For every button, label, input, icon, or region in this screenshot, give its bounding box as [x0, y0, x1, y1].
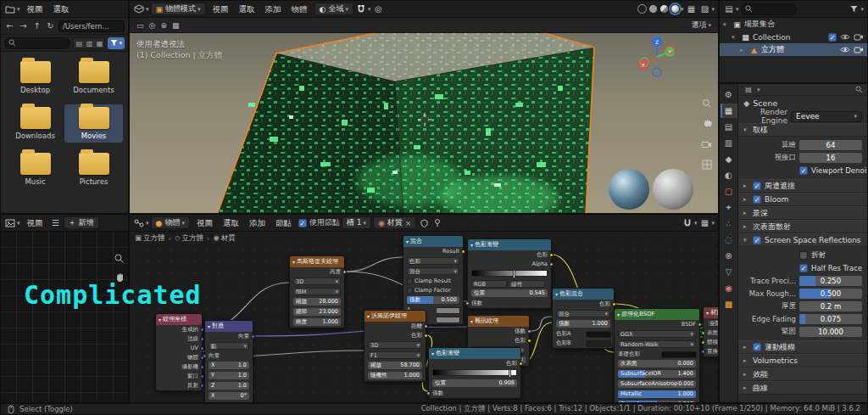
folder-item-desktop[interactable]: Desktop	[6, 59, 64, 97]
shading-caret-icon[interactable]: ▾	[681, 6, 684, 13]
proportional-edit-icon[interactable]: ◎	[372, 3, 384, 15]
shading-material-icon[interactable]	[659, 4, 669, 14]
node-row[interactable]: 向量	[205, 332, 253, 341]
transform-icon[interactable]: ⊕	[160, 21, 167, 30]
shading-wireframe-icon[interactable]	[637, 4, 647, 14]
hide-eye-icon[interactable]	[840, 33, 850, 41]
checkbox[interactable]	[799, 251, 808, 260]
properties-tab-texture-icon[interactable]: ▩	[721, 297, 737, 311]
shader-editor-icon[interactable]	[133, 217, 145, 229]
properties-tab-modifiers-icon[interactable]: ✦	[721, 200, 737, 215]
snap-magnet-icon[interactable]	[355, 3, 367, 15]
breadcrumb-item[interactable]: ▣立方體	[135, 233, 165, 244]
section-header[interactable]: ▸效能	[738, 367, 867, 381]
node-row[interactable]: 體積	[704, 338, 719, 347]
node-row[interactable]: Random-Walk▾	[615, 340, 699, 350]
node-row[interactable]: 次表面0.000	[615, 360, 699, 369]
select-box-icon[interactable]: ▭	[136, 21, 144, 30]
editor-type-caret-icon[interactable]: ▾	[736, 6, 739, 13]
properties-tab-particles-icon[interactable]: ∴	[721, 216, 737, 231]
menu-item[interactable]: 添加	[244, 215, 270, 232]
expand-caret-icon[interactable]: ▾	[723, 21, 730, 28]
node-row[interactable]: 係數	[468, 327, 529, 336]
node-row[interactable]: F1▾	[364, 351, 426, 361]
prop-row[interactable]: Edge Fading0.075	[743, 313, 862, 324]
checkbox[interactable]: ✓	[753, 182, 761, 190]
editor-type-caret-icon[interactable]: ▾	[146, 6, 149, 13]
node-row[interactable]: 高度	[290, 267, 344, 277]
mode-dropdown[interactable]: ▣ 物體模式 ▾	[151, 3, 206, 15]
prop-row[interactable]: 算繪64	[743, 139, 862, 150]
prop-row[interactable]: 折射	[743, 250, 862, 261]
folder-item-movies[interactable]: Movies	[64, 104, 123, 143]
hamburger-icon[interactable]: ☰	[50, 217, 62, 229]
fake-user-shield-icon[interactable]	[418, 217, 430, 229]
node-row[interactable]: 色彩▾	[403, 257, 463, 266]
node-row[interactable]: 向量	[205, 351, 253, 361]
shading-rendered-icon[interactable]	[670, 4, 680, 14]
properties-tab-view-layer-icon[interactable]: ▥	[721, 136, 737, 150]
node-row[interactable]: 窗口	[156, 372, 202, 381]
node-row[interactable]: UV	[156, 344, 202, 353]
checkbox[interactable]: ✓	[799, 166, 808, 175]
snap-caret-icon[interactable]: ▾	[368, 6, 371, 13]
node-row[interactable]: 基礎色彩	[615, 350, 699, 359]
menu-item[interactable]: 選取	[218, 215, 244, 232]
file-browser-editor-icon[interactable]	[4, 3, 16, 15]
node-色彩漸變[interactable]: ▾色彩漸變色彩位置0.908係數	[428, 347, 521, 399]
forward-button[interactable]: →	[18, 21, 29, 31]
node-row[interactable]: Result	[403, 247, 463, 256]
section-header[interactable]: ▸✓運動模糊	[738, 340, 867, 354]
material-datablock[interactable]: ◉ 材質 ×	[373, 216, 416, 229]
section-header[interactable]: ▸次表面散射	[738, 220, 867, 233]
outliner-search-input[interactable]	[741, 3, 797, 15]
overlay-caret-icon[interactable]: ▾	[711, 220, 715, 227]
node-row[interactable]: 位置0.908	[429, 379, 520, 389]
properties-tab-physics-icon[interactable]: ◌	[721, 233, 737, 247]
image-editor-canvas[interactable]	[1, 232, 128, 403]
file-path-field[interactable]: /Users/fern...	[58, 20, 125, 32]
xray-toggle-icon[interactable]: ▨	[698, 3, 710, 15]
node-色彩漸變[interactable]: ▾色彩漸變色彩AlphaRGB線性位置0.545係數	[467, 238, 552, 309]
menu-item[interactable]: 選取	[48, 1, 75, 18]
overlays-toggle-icon[interactable]: ▦	[685, 3, 697, 15]
thumbnail-icon[interactable]: ▦	[94, 38, 104, 48]
node-色彩混合[interactable]: ▾色彩混合色彩混合▾係數1.000色彩A色彩B	[552, 288, 615, 349]
node-紋理座標[interactable]: ▾紋理座標生成的法線UV物體攝影機窗口反射	[155, 313, 203, 391]
orientation-dropdown[interactable]: ◐ 全域 ▾	[314, 3, 353, 15]
menu-item[interactable]: 視圖	[192, 215, 218, 232]
outliner-row-scene-collection[interactable]: ▾ ▣ 場景集合	[720, 18, 867, 31]
properties-editor-icon[interactable]: ▤	[743, 84, 754, 96]
prop-row[interactable]: ✓Half Res Trace	[743, 262, 862, 273]
prop-row[interactable]: 緊固10.000	[743, 326, 862, 337]
node-row[interactable]: Y1.0	[205, 372, 253, 381]
editor-type-caret-icon[interactable]: ▾	[757, 87, 760, 93]
node-row[interactable]: 混合▾	[403, 267, 463, 277]
checkbox[interactable]: ✓	[753, 343, 761, 351]
properties-tab-tool-icon[interactable]: ⚙	[721, 87, 737, 102]
node-row[interactable]: 縮放58.700	[364, 362, 426, 371]
section-header[interactable]: ▸Volumetrics	[738, 354, 867, 367]
zoom-icon[interactable]	[114, 254, 125, 264]
node-row[interactable]: Clamp Result	[403, 277, 463, 286]
node-row[interactable]: 係數0.500	[403, 296, 463, 306]
node-row[interactable]: 維度1.000	[290, 318, 344, 328]
prop-row[interactable]: 視接口16	[743, 152, 862, 163]
node-row[interactable]: 生成的	[156, 325, 202, 334]
node-row[interactable]: 細節23.000	[290, 308, 344, 317]
node-材質輸出[interactable]: ▾材質輸出全部▾表面體積置換	[703, 306, 719, 357]
node-row[interactable]	[468, 270, 551, 279]
node-row[interactable]: 表面	[704, 328, 719, 338]
properties-tab-object-icon[interactable]: ▢	[721, 184, 737, 199]
breadcrumb-item[interactable]: ◇立方體	[175, 233, 203, 244]
section-header[interactable]: ▾✓Screen Space Reflections	[738, 233, 867, 247]
expand-caret-icon[interactable]: ▾	[732, 34, 738, 41]
pan-hand-icon[interactable]	[114, 272, 125, 283]
node-row[interactable]: 置換	[704, 347, 719, 356]
folder-item-music[interactable]: Music	[6, 150, 64, 188]
checkbox[interactable]: ✓	[753, 236, 761, 244]
viewport-editor-icon[interactable]	[133, 3, 145, 15]
node-沃羅諾伊紋理[interactable]: ▾沃羅諾伊紋理距離色彩3D▾F1▾縮放58.700隨機性1.000	[364, 310, 426, 382]
node-row[interactable]: Alpha	[468, 260, 551, 269]
unlink-icon[interactable]: ×	[405, 219, 412, 227]
